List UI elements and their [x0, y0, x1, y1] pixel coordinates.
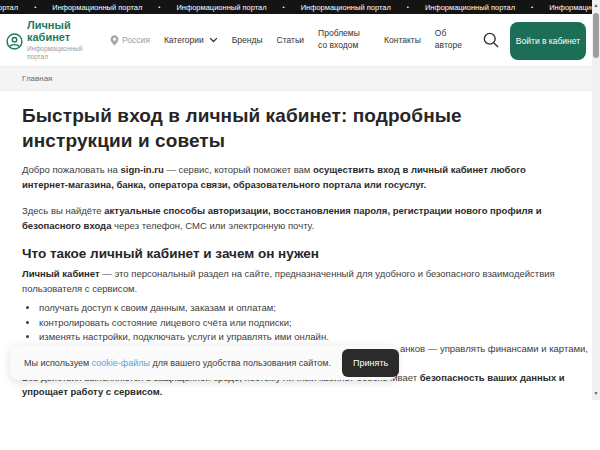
logo-subtitle: Информационный портал — [27, 45, 85, 61]
text: Мы используем — [24, 358, 92, 368]
vertical-scrollbar[interactable]: ▲ ▼ — [592, 0, 600, 400]
ticker-label: Информационный портал — [301, 3, 391, 12]
site-logo[interactable]: Личный кабинет Информационный портал — [6, 19, 102, 61]
search-button[interactable] — [481, 30, 501, 50]
partially-hidden-paragraph: анков — управлять финансами и картами, — [400, 343, 588, 354]
article: Быстрый вход в личный кабинет: подробные… — [22, 91, 574, 345]
login-button[interactable]: Войти в кабинет — [510, 22, 586, 60]
ticker-dot-icon: • — [531, 4, 533, 10]
ticker-dot-icon: • — [283, 4, 285, 10]
scroll-down-icon[interactable]: ▼ — [592, 389, 600, 397]
list-item: контролировать состояние лицевого счёта … — [39, 316, 574, 331]
nav-item-brands[interactable]: Бренды — [232, 35, 263, 45]
text: Добро пожаловать на — [22, 164, 121, 175]
cookie-policy-link[interactable]: cookie-файлы — [92, 358, 150, 368]
nav-item-login-problems[interactable]: Проблемы со входом — [318, 28, 370, 52]
text: Здесь вы найдёте — [22, 205, 104, 216]
benefits-list: получать доступ к своим данным, заказам … — [39, 301, 574, 345]
scrollbar-thumb[interactable] — [593, 13, 599, 58]
intro-paragraph: Добро пожаловать на sign-in.ru — сервис,… — [22, 163, 574, 192]
text: через телефон, СМС или электронную почту… — [111, 220, 314, 231]
nav-item-about[interactable]: Об авторе — [435, 28, 471, 52]
ticker-dot-icon: • — [34, 4, 36, 10]
section-title: Что такое личный кабинет и зачем он нуже… — [22, 246, 574, 261]
top-ticker: Информационный портал • Информационный п… — [0, 0, 600, 14]
nav-item-categories[interactable]: Категории — [164, 35, 218, 45]
breadcrumb[interactable]: Главная — [22, 74, 52, 83]
text: — сервис, который поможет вам — [164, 164, 313, 175]
page: Информационный портал • Информационный п… — [0, 0, 600, 450]
logo-title: Личный кабинет — [27, 19, 79, 43]
accept-cookies-button[interactable]: Принять — [342, 349, 399, 377]
scroll-up-icon[interactable]: ▲ — [592, 1, 600, 9]
cookie-message: Мы используем cookie-файлы для вашего уд… — [24, 358, 331, 368]
chevron-down-icon — [209, 37, 218, 43]
ticker-label: Информационный портал — [52, 3, 142, 12]
text-bold: sign-in.ru — [121, 164, 164, 175]
definition-paragraph: Личный кабинет — это персональный раздел… — [22, 267, 574, 296]
user-circle-icon — [6, 33, 23, 50]
ticker-dot-icon: • — [158, 4, 160, 10]
text: для вашего удобства пользования сайтом. — [150, 358, 331, 368]
nav-label: Категории — [164, 35, 204, 45]
features-paragraph: Здесь вы найдёте актуальные способы авто… — [22, 204, 574, 233]
breadcrumb-bar: Главная — [0, 66, 600, 91]
location-pin-icon — [110, 35, 119, 46]
list-item: получать доступ к своим данным, заказам … — [39, 301, 574, 316]
ticker-label: Информационный портал — [0, 3, 18, 12]
cookie-banner: Мы используем cookie-файлы для вашего уд… — [10, 345, 397, 380]
search-icon — [481, 30, 501, 50]
region-label: Россия — [122, 35, 150, 45]
nav-item-articles[interactable]: Статьи — [277, 35, 305, 45]
text: — это персональный раздел на сайте, пред… — [22, 268, 555, 293]
page-title: Быстрый вход в личный кабинет: подробные… — [22, 104, 574, 153]
nav-item-contacts[interactable]: Контакты — [384, 35, 421, 45]
ticker-dot-icon: • — [407, 4, 409, 10]
ticker-label: Информационный портал — [425, 3, 515, 12]
region-selector[interactable]: Россия — [110, 35, 150, 46]
ticker-label: Информационный портал — [176, 3, 266, 12]
site-header: Личный кабинет Информационный портал Рос… — [0, 14, 600, 66]
text-bold: Личный кабинет — [22, 268, 100, 279]
